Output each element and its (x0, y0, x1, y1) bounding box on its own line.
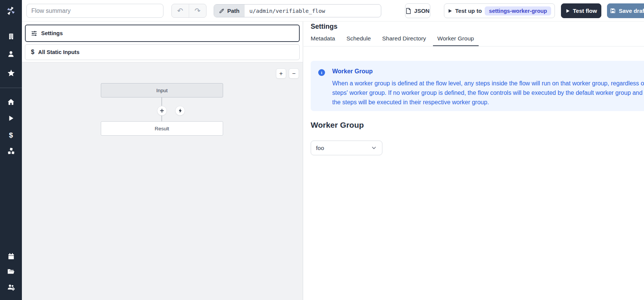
tab-worker-group[interactable]: Worker Group (433, 34, 479, 46)
folders-icon[interactable] (6, 267, 15, 276)
schedules-calendar-icon[interactable] (6, 252, 15, 261)
info-text: Worker Group When a worker group is defi… (332, 66, 644, 111)
trigger-bolt-button[interactable] (175, 106, 185, 116)
test-up-to-step-badge: settings-worker-group (485, 6, 551, 15)
all-static-inputs-label: All Static Inputs (38, 49, 80, 55)
worker-group-section-title: Worker Group (311, 121, 364, 130)
all-static-inputs-item[interactable]: $ All Static Inputs (25, 44, 300, 60)
favorites-star-icon[interactable] (6, 68, 15, 77)
worker-group-select[interactable]: foo (311, 141, 382, 155)
redo-icon: ↷ (194, 6, 200, 15)
top-bar: ↶ ↷ Path u/admin/verifiable_flow JSON Te… (0, 0, 644, 22)
settings-panel: Settings Metadata Schedule Shared Direct… (304, 22, 644, 300)
undo-redo-group: ↶ ↷ (171, 4, 206, 18)
path-value-input[interactable]: u/admin/verifiable_flow (245, 5, 330, 17)
runs-play-icon[interactable] (6, 114, 15, 123)
windmill-pinwheel-icon (5, 5, 17, 17)
play-icon (448, 9, 452, 13)
info-body-line: the steps will be executed in their resp… (332, 97, 644, 107)
flow-summary-input[interactable] (26, 4, 163, 18)
json-button-label: JSON (414, 8, 430, 14)
test-up-to-button[interactable]: Test up to settings-worker-group (444, 3, 555, 18)
zoom-out-button[interactable]: − (289, 68, 299, 79)
test-flow-label: Test flow (573, 8, 597, 14)
tab-metadata[interactable]: Metadata (311, 34, 335, 46)
save-icon (610, 8, 616, 14)
save-draft-button[interactable]: Save draft (607, 3, 644, 18)
json-button[interactable]: JSON (405, 3, 430, 18)
test-flow-button[interactable]: Test flow (561, 3, 601, 18)
settings-tabs: Metadata Schedule Shared Directory Worke… (304, 34, 644, 46)
settings-panel-title: Settings (311, 23, 337, 31)
tab-schedule[interactable]: Schedule (347, 34, 371, 46)
plus-icon (159, 108, 165, 113)
sliders-icon (31, 30, 37, 37)
lightning-bolt-icon (178, 108, 183, 113)
undo-icon: ↶ (177, 6, 183, 15)
home-icon[interactable] (6, 97, 15, 107)
input-node[interactable]: Input (101, 83, 223, 97)
variables-dollar-icon[interactable]: $ (6, 130, 15, 139)
result-node[interactable]: Result (101, 121, 223, 136)
path-label: Path (227, 8, 240, 14)
workspace-building-icon[interactable] (6, 32, 15, 41)
flow-settings-item[interactable]: Settings (25, 25, 300, 42)
resources-cubes-icon[interactable] (6, 147, 15, 156)
zoom-in-button[interactable]: + (276, 68, 286, 79)
dollar-icon: $ (31, 49, 34, 56)
windmill-logo[interactable] (0, 0, 22, 22)
left-sidebar: $ (0, 22, 22, 300)
file-json-icon (406, 8, 411, 14)
path-group: Path u/admin/verifiable_flow (214, 4, 381, 17)
info-box-title: Worker Group (332, 68, 644, 75)
flow-editor-panel: Settings $ All Static Inputs + − Input R… (22, 22, 303, 300)
undo-button[interactable]: ↶ (172, 4, 189, 17)
info-body-line: When a worker group is defined at the fl… (332, 79, 644, 88)
play-icon (565, 9, 570, 13)
redo-button[interactable]: ↷ (189, 4, 206, 17)
flow-settings-label: Settings (41, 30, 63, 36)
add-step-button[interactable] (157, 106, 167, 116)
info-icon: i (318, 69, 325, 76)
chevron-down-icon (371, 145, 377, 151)
edit-path-button[interactable]: Path (214, 5, 245, 17)
tab-shared-directory[interactable]: Shared Directory (382, 34, 426, 46)
user-icon[interactable] (6, 49, 15, 59)
worker-group-select-value: foo (316, 145, 324, 152)
pencil-icon (219, 8, 225, 14)
groups-users-gear-icon[interactable] (6, 283, 15, 292)
flow-graph-canvas[interactable]: + − Input Result (22, 62, 303, 300)
test-up-to-label: Test up to (455, 8, 482, 14)
sidebar-divider (0, 88, 22, 88)
save-draft-label: Save draft (619, 8, 644, 14)
info-body-line: steps' worker group. If no worker group … (332, 88, 644, 97)
worker-group-info-box: i Worker Group When a worker group is de… (311, 61, 644, 111)
